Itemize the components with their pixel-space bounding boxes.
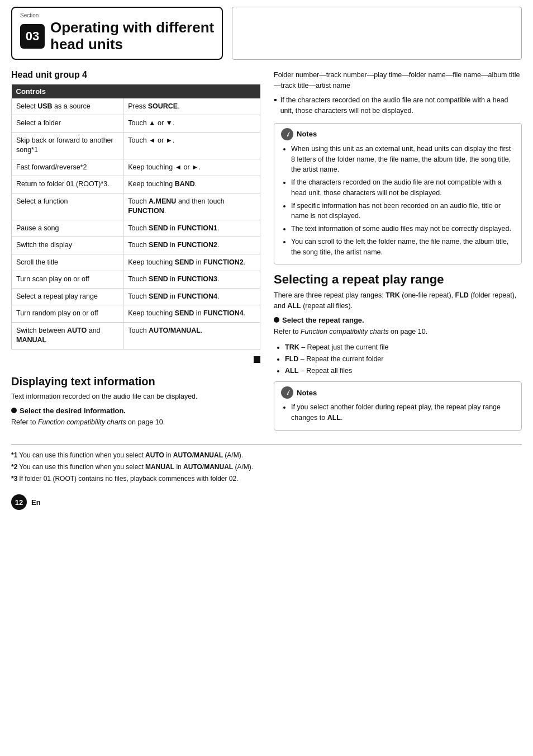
page-footer: 12 En [0, 490, 533, 516]
notes-title: Notes [297, 130, 317, 138]
section-number: 03 [20, 24, 45, 49]
controls-table: Controls Select USB as a sourcePress SOU… [11, 84, 260, 349]
head-unit-group-section: Head unit group 4 Controls Select USB as… [11, 70, 260, 363]
lang-label: En [31, 498, 41, 507]
select-range-heading: Select the repeat range. [274, 316, 522, 324]
right-column: Folder number—track number—play time—fol… [274, 70, 522, 438]
notes-icon: 𝑖 [281, 128, 293, 140]
notes-header: 𝑖 Notes [281, 128, 515, 140]
repeat-notes-icon: 𝑖 [281, 386, 293, 399]
footnotes-area: *1You can use this function when you sel… [11, 444, 522, 490]
displaying-text-refer: Refer to Function compatibility charts o… [11, 417, 260, 428]
select-desired-info-heading: Select the desired information. [11, 407, 260, 415]
blank-box [232, 7, 522, 60]
displaying-notes-list: When using this unit as an external unit… [281, 144, 515, 258]
repeat-play-notes-box: 𝑖 Notes If you select another folder dur… [274, 381, 522, 431]
displaying-text-notes-box: 𝑖 Notes When using this unit as an exter… [274, 123, 522, 265]
repeat-notes-header: 𝑖 Notes [281, 386, 515, 399]
function-compat-charts-link: Function compatibility charts [38, 418, 126, 426]
square-icon [254, 356, 260, 363]
bullet-dot-icon [11, 408, 17, 413]
repeat-notes-list: If you select another folder during repe… [281, 402, 515, 423]
repeat-play-section: Selecting a repeat play range There are … [274, 272, 522, 431]
footnote-line: *3If folder 01 (ROOT) contains no files,… [11, 474, 522, 484]
repeat-play-intro: There are three repeat play ranges: TRK … [274, 290, 522, 311]
section-label: Section [20, 12, 214, 18]
repeat-play-list: TRK – Repeat just the current fileFLD – … [274, 342, 522, 377]
controls-table-header: Controls [12, 84, 260, 98]
info-bullet-text: If the characters recorded on the audio … [280, 95, 522, 116]
table-footer [11, 355, 260, 363]
section-title-box: Section 03 Operating with different head… [11, 7, 223, 60]
repeat-notes-title: Notes [297, 389, 317, 397]
head-unit-group-heading: Head unit group 4 [11, 70, 260, 80]
page-number: 12 [11, 494, 27, 510]
repeat-play-refer: Refer to Function compatibility charts o… [274, 327, 522, 337]
displaying-text-section: Displaying text information Text informa… [11, 375, 260, 428]
main-content: Head unit group 4 Controls Select USB as… [0, 60, 533, 444]
repeat-play-heading: Selecting a repeat play range [274, 272, 522, 287]
function-compat-charts-2-link: Function compatibility charts [301, 328, 389, 336]
bullet-dot-2-icon [274, 317, 279, 323]
footnote-line: *2You can use this function when you sel… [11, 462, 522, 472]
info-bullet-icon: ▪ [274, 95, 277, 105]
left-column: Head unit group 4 Controls Select USB as… [11, 70, 274, 438]
displaying-text-heading: Displaying text information [11, 375, 260, 388]
displaying-text-info-line: Folder number—track number—play time—fol… [274, 70, 522, 91]
section-title: Operating with different head units [50, 20, 214, 53]
footnote-line: *1You can use this function when you sel… [11, 450, 522, 461]
page-header: Section 03 Operating with different head… [0, 0, 533, 60]
displaying-text-intro: Text information recorded on the audio f… [11, 391, 260, 402]
